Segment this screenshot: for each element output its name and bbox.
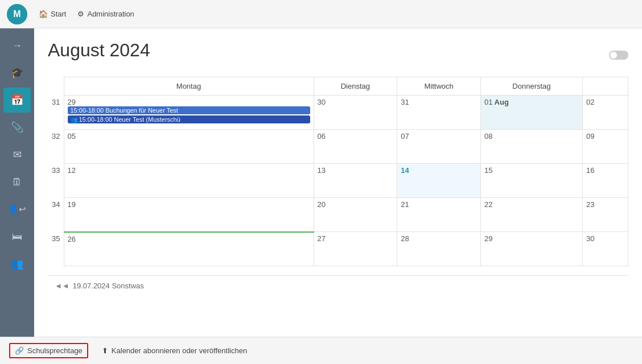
calendar-cell[interactable]: 31 bbox=[397, 96, 481, 130]
nav-administration-label: Administration bbox=[87, 10, 134, 18]
topbar-nav: 🏠 Start ⚙ Administration bbox=[39, 10, 134, 18]
sidebar-item-mail[interactable]: ✉ bbox=[3, 142, 31, 167]
day-number: 16 bbox=[586, 166, 594, 175]
day-number: 05 bbox=[68, 132, 76, 140]
topbar: M 🏠 Start ⚙ Administration bbox=[0, 0, 642, 28]
day-number: 31 bbox=[401, 98, 409, 106]
sidebar: → 🎓 📅 📎 ✉ 🗓 👤↩ 🛏 👥 bbox=[0, 28, 34, 337]
calendar-cell[interactable]: 21 bbox=[397, 198, 481, 232]
calendar-event[interactable]: 15:00-18:00 Buchungen für Neuer Test bbox=[68, 106, 310, 114]
graduation-icon: 🎓 bbox=[11, 67, 23, 79]
bottom-nav: ◄◄ 19.07.2024 Sonstwas bbox=[48, 275, 628, 296]
day-number: 14 bbox=[401, 166, 409, 175]
calendar-cell[interactable]: 12 bbox=[64, 164, 314, 198]
day-number: 23 bbox=[586, 200, 594, 209]
calendar-table: Montag Dienstag Mittwoch Donnerstag 3129… bbox=[48, 77, 628, 266]
calendar-cell[interactable]: 13 bbox=[314, 164, 397, 198]
nav-start-label: Start bbox=[51, 10, 66, 18]
day-number: 12 bbox=[68, 166, 76, 175]
day-number: 15 bbox=[484, 166, 492, 175]
calendar-cell[interactable]: 06 bbox=[314, 130, 397, 164]
nav-prev-arrow[interactable]: ◄◄ bbox=[55, 282, 69, 290]
day-number: 26 bbox=[68, 235, 76, 243]
calendar-event[interactable]: 👥15:00-18:00 Neuer Test (Musterschü bbox=[68, 115, 310, 123]
bottom-nav-text: 19.07.2024 Sonstwas bbox=[73, 282, 144, 290]
calendar-cell[interactable]: 28 bbox=[397, 232, 481, 266]
week-number: 34 bbox=[48, 198, 64, 232]
nav-start[interactable]: 🏠 Start bbox=[39, 10, 66, 18]
upload-icon: ⬆ bbox=[102, 346, 108, 355]
col-header-mittwoch: Mittwoch bbox=[397, 77, 481, 96]
day-number: 19 bbox=[68, 200, 76, 209]
day-number: 30 bbox=[318, 98, 326, 106]
col-header-montag: Montag bbox=[64, 77, 314, 96]
calendar-cell[interactable]: 19 bbox=[64, 198, 314, 232]
calendar-cell[interactable]: 26 bbox=[64, 232, 314, 266]
day-number: 30 bbox=[586, 234, 594, 243]
calendar-cell[interactable]: 01 Aug bbox=[480, 96, 582, 130]
week-number: 35 bbox=[48, 232, 64, 266]
calendar-cell[interactable]: 16 bbox=[583, 164, 628, 198]
sidebar-item-rooms[interactable]: 🛏 bbox=[3, 224, 31, 249]
gear-icon: ⚙ bbox=[77, 10, 84, 18]
day-number: 06 bbox=[318, 132, 326, 140]
day-number: 20 bbox=[318, 200, 326, 209]
footer-kalender-label: Kalender abonnieren oder veröffentlichen bbox=[112, 346, 247, 355]
calendar-cell[interactable]: 14 bbox=[397, 164, 481, 198]
week-number: 31 bbox=[48, 96, 64, 130]
footer-bar: 🔗 Schulsprechtage ⬆ Kalender abonnieren … bbox=[0, 337, 642, 364]
calendar-cell[interactable]: 23 bbox=[583, 198, 628, 232]
sidebar-item-calendar[interactable]: 📅 bbox=[3, 88, 31, 113]
sidebar-item-users[interactable]: 👤↩ bbox=[3, 197, 31, 222]
content-area: August 2024 Montag Dienstag Mittwoch Don… bbox=[34, 28, 642, 337]
logo-letter: M bbox=[13, 9, 20, 19]
link-icon: 🔗 bbox=[15, 346, 24, 355]
calendar-cell[interactable]: 30 bbox=[583, 232, 628, 266]
week-number: 33 bbox=[48, 164, 64, 198]
sidebar-item-schedule[interactable]: 🗓 bbox=[3, 169, 31, 195]
day-number: 07 bbox=[401, 132, 409, 140]
calendar-cell[interactable]: 27 bbox=[314, 232, 397, 266]
app-logo[interactable]: M bbox=[7, 4, 27, 24]
footer-link-kalender[interactable]: ⬆ Kalender abonnieren oder veröffentlich… bbox=[102, 346, 247, 355]
users-icon: 👤↩ bbox=[8, 204, 26, 214]
day-number: 27 bbox=[318, 234, 326, 243]
sidebar-item-support[interactable]: 👥 bbox=[3, 251, 31, 276]
page-header: August 2024 bbox=[48, 40, 628, 70]
sidebar-item-attachments[interactable]: 📎 bbox=[3, 115, 31, 140]
day-number: 01 Aug bbox=[484, 98, 509, 106]
col-header-donnerstag: Donnerstag bbox=[480, 77, 582, 96]
day-number: 21 bbox=[401, 200, 409, 209]
day-number: 13 bbox=[318, 166, 326, 175]
day-number: 22 bbox=[484, 200, 492, 209]
bed-icon: 🛏 bbox=[12, 231, 22, 243]
footer-link-schulsprechtage[interactable]: 🔗 Schulsprechtage bbox=[9, 343, 88, 358]
day-number: 02 bbox=[586, 98, 594, 106]
mail-icon: ✉ bbox=[13, 148, 22, 161]
schedule-icon: 🗓 bbox=[12, 176, 22, 188]
calendar-cell[interactable]: 22 bbox=[480, 198, 582, 232]
calendar-cell[interactable]: 05 bbox=[64, 130, 314, 164]
sidebar-item-expand[interactable]: → bbox=[3, 33, 31, 58]
calendar-cell[interactable]: 02 bbox=[583, 96, 628, 130]
sidebar-item-learning[interactable]: 🎓 bbox=[3, 60, 31, 85]
calendar-cell[interactable]: 07 bbox=[397, 130, 481, 164]
nav-administration[interactable]: ⚙ Administration bbox=[77, 10, 134, 18]
calendar-cell[interactable]: 2915:00-18:00 Buchungen für Neuer Test👥1… bbox=[64, 96, 314, 130]
paperclip-icon: 📎 bbox=[11, 121, 23, 134]
calendar-cell[interactable]: 29 bbox=[480, 232, 582, 266]
support-icon: 👥 bbox=[11, 258, 23, 270]
day-number: 08 bbox=[484, 132, 492, 140]
col-header-dienstag: Dienstag bbox=[314, 77, 397, 96]
col-header-extra bbox=[583, 77, 628, 96]
home-icon: 🏠 bbox=[39, 10, 48, 18]
day-number: 28 bbox=[401, 234, 409, 243]
calendar-cell[interactable]: 20 bbox=[314, 198, 397, 232]
calendar-icon: 📅 bbox=[11, 94, 23, 106]
view-toggle[interactable] bbox=[609, 51, 628, 60]
calendar-cell[interactable]: 15 bbox=[480, 164, 582, 198]
page-title: August 2024 bbox=[48, 40, 150, 61]
calendar-cell[interactable]: 09 bbox=[583, 130, 628, 164]
calendar-cell[interactable]: 08 bbox=[480, 130, 582, 164]
calendar-cell[interactable]: 30 bbox=[314, 96, 397, 130]
